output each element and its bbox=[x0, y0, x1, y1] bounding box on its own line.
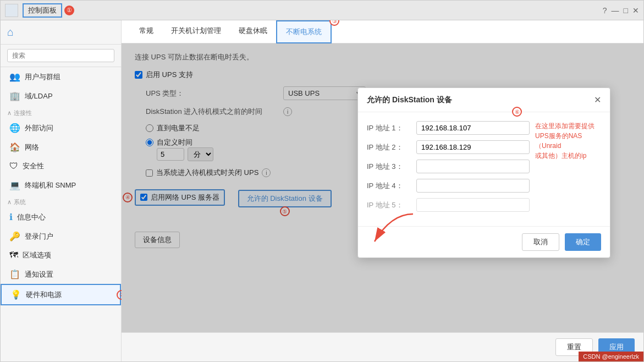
dialog-title: 允许的 DiskStation 设备 bbox=[367, 95, 452, 105]
maximize-button[interactable]: □ bbox=[624, 6, 628, 15]
sidebar-item-label: 域/LDAP bbox=[25, 91, 53, 101]
ip-input-3[interactable] bbox=[416, 160, 530, 173]
hardware-icon: 💡 bbox=[10, 289, 21, 300]
title-bar: 控制面板 ① ? — □ ✕ bbox=[1, 1, 643, 20]
ip-input-1[interactable] bbox=[416, 121, 530, 135]
region-icon: 🗺 bbox=[9, 250, 18, 260]
home-icon[interactable]: ⌂ bbox=[7, 26, 14, 38]
sidebar-item-region[interactable]: 🗺 区域选项 bbox=[1, 246, 121, 265]
section-label: 连接性 bbox=[14, 109, 32, 117]
sidebar-item-label: 通知设置 bbox=[25, 270, 53, 279]
annotation-circle-3: ③ bbox=[329, 20, 339, 26]
external-icon: 🌐 bbox=[9, 123, 20, 133]
sidebar-search-container bbox=[1, 45, 121, 67]
tab-general[interactable]: 常规 bbox=[130, 20, 162, 43]
app-window: 控制面板 ① ? — □ ✕ ⌂ 👥 用户与群组 🏢 域/LDAP bbox=[0, 0, 644, 362]
ip-input-5[interactable] bbox=[416, 198, 530, 212]
chevron-down-icon: ∧ bbox=[7, 199, 12, 206]
sidebar-item-ldap[interactable]: 🏢 域/LDAP bbox=[1, 86, 121, 106]
ip-row-3: IP 地址 3： bbox=[367, 160, 530, 173]
csdn-badge: CSDN @engineerlzk bbox=[579, 352, 643, 361]
info-icon: ℹ bbox=[9, 212, 13, 222]
section-label: 系统 bbox=[14, 198, 26, 206]
sidebar: ⌂ 👥 用户与群组 🏢 域/LDAP ∧ 连接性 🌐 外部访问 bbox=[1, 20, 122, 361]
sidebar-item-label: 信息中心 bbox=[17, 212, 46, 222]
arrow-annotation bbox=[358, 209, 424, 254]
sidebar-item-hardware[interactable]: 💡 硬件和电源 ② bbox=[1, 284, 121, 305]
sidebar-item-label: 终端机和 SNMP bbox=[25, 180, 76, 190]
ip-label-2: IP 地址 2： bbox=[367, 142, 411, 152]
terminal-icon: 💻 bbox=[9, 180, 20, 190]
ldap-icon: 🏢 bbox=[9, 91, 20, 101]
dialog-confirm-button[interactable]: 确定 bbox=[565, 233, 601, 251]
sidebar-item-label: 安全性 bbox=[23, 161, 44, 171]
sidebar-item-notify[interactable]: 📋 通知设置 bbox=[1, 265, 121, 284]
search-input[interactable] bbox=[7, 49, 114, 62]
window-controls: ? — □ ✕ bbox=[603, 6, 639, 15]
security-icon: 🛡 bbox=[9, 161, 18, 171]
sidebar-item-network[interactable]: 🏠 网络 bbox=[1, 138, 121, 157]
ip-input-2[interactable] bbox=[416, 140, 530, 154]
dialog-close-button[interactable]: ✕ bbox=[594, 95, 601, 105]
sidebar-home: ⌂ bbox=[1, 20, 121, 45]
ip-row-1: IP 地址 1： bbox=[367, 121, 530, 135]
tabs-bar: 常规 开关机计划管理 硬盘休眠 不断电系统 ③ bbox=[122, 20, 643, 43]
footer-bar: 重置 应用 bbox=[122, 332, 643, 361]
annotation-circle-6: ⑥ bbox=[512, 107, 522, 117]
main-layout: ⌂ 👥 用户与群组 🏢 域/LDAP ∧ 连接性 🌐 外部访问 bbox=[1, 20, 643, 361]
red-note-container: 在这里添加需要提供UPS服务的NAS（Unraid或其他）主机的ip bbox=[535, 121, 601, 217]
ip-input-4[interactable] bbox=[416, 179, 530, 193]
ip-label-4: IP 地址 4： bbox=[367, 181, 411, 191]
content-body: 连接 UPS 可防止数据在断电时丢失。 启用 UPS 支持 UPS 类型： US… bbox=[122, 43, 643, 332]
ip-label-1: IP 地址 1： bbox=[367, 123, 411, 133]
ip-row-4: IP 地址 4： bbox=[367, 179, 530, 193]
notify-icon: 📋 bbox=[9, 269, 20, 279]
sidebar-item-label: 外部访问 bbox=[25, 123, 53, 133]
network-icon: 🏠 bbox=[9, 142, 20, 152]
ip-fields-container: IP 地址 1： IP 地址 2： bbox=[367, 121, 530, 217]
dialog-overlay: 允许的 DiskStation 设备 ✕ ⑥ IP 地址 1： bbox=[122, 43, 643, 332]
sidebar-section-system: ∧ 系统 bbox=[1, 195, 121, 207]
red-note-text: 在这里添加需要提供UPS服务的NAS（Unraid或其他）主机的ip bbox=[535, 122, 595, 160]
sidebar-item-terminal[interactable]: 💻 终端机和 SNMP bbox=[1, 175, 121, 195]
sidebar-item-info[interactable]: ℹ 信息中心 bbox=[1, 207, 121, 227]
tab-ups[interactable]: 不断电系统 ③ bbox=[276, 20, 332, 43]
sidebar-item-label: 网络 bbox=[25, 142, 39, 152]
ip-label-3: IP 地址 3： bbox=[367, 162, 411, 172]
content-area: 常规 开关机计划管理 硬盘休眠 不断电系统 ③ 连接 UPS 可防止数据在断电时… bbox=[122, 20, 643, 361]
sidebar-item-users[interactable]: 👥 用户与群组 bbox=[1, 67, 121, 86]
sidebar-item-label: 用户与群组 bbox=[25, 72, 60, 82]
sidebar-item-external[interactable]: 🌐 外部访问 bbox=[1, 118, 121, 138]
annotation-circle-1: ① bbox=[64, 6, 74, 15]
login-icon: 🔑 bbox=[9, 231, 20, 242]
sidebar-item-label: 登录门户 bbox=[25, 232, 53, 242]
users-icon: 👥 bbox=[9, 72, 20, 82]
tab-hibernate[interactable]: 硬盘休眠 bbox=[230, 20, 276, 43]
sidebar-item-label: 硬件和电源 bbox=[26, 290, 62, 300]
minimize-button[interactable]: — bbox=[612, 6, 619, 15]
sidebar-item-security[interactable]: 🛡 安全性 bbox=[1, 157, 121, 175]
chevron-down-icon: ∧ bbox=[7, 109, 12, 117]
help-button[interactable]: ? bbox=[603, 6, 607, 15]
arrow-svg bbox=[358, 209, 424, 253]
sidebar-item-login[interactable]: 🔑 登录门户 bbox=[1, 227, 121, 246]
close-button[interactable]: ✕ bbox=[632, 6, 639, 15]
dialog-content-layout: IP 地址 1： IP 地址 2： bbox=[367, 121, 601, 217]
tab-schedule[interactable]: 开关机计划管理 bbox=[162, 20, 230, 43]
tab-ups-label: 不断电系统 bbox=[286, 28, 322, 36]
dialog-cancel-button[interactable]: 取消 bbox=[522, 233, 559, 251]
ip-row-2: IP 地址 2： bbox=[367, 140, 530, 154]
sidebar-section-connectivity: ∧ 连接性 bbox=[1, 106, 121, 118]
app-icon bbox=[5, 4, 18, 17]
dialog-header: 允许的 DiskStation 设备 ✕ bbox=[358, 88, 610, 112]
sidebar-item-label: 区域选项 bbox=[23, 250, 51, 260]
app-title: 控制面板 bbox=[23, 3, 62, 18]
